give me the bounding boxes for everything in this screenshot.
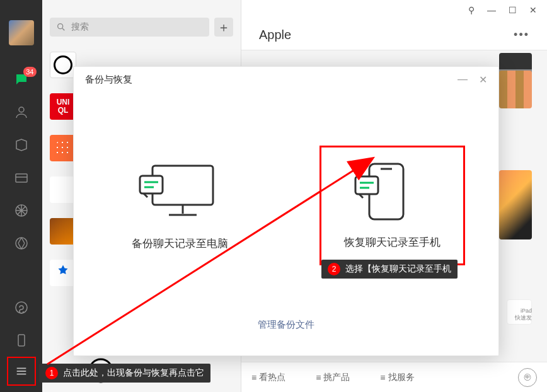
- dialog-title: 备份与恢复: [85, 74, 132, 86]
- backup-restore-dialog: 备份与恢复 — ✕ 备份聊天记录至电脑: [73, 66, 499, 356]
- conversation-avatar: [50, 176, 76, 203]
- svg-rect-16: [140, 176, 163, 193]
- nav-phone-icon[interactable]: [13, 331, 30, 349]
- minimize-icon[interactable]: —: [487, 5, 496, 15]
- chat-header: Apple •••: [241, 20, 547, 50]
- conversation-avatar: [50, 260, 76, 286]
- chat-unread-badge: 34: [23, 67, 36, 77]
- chat-title: Apple: [259, 28, 291, 42]
- nav-chat-icon[interactable]: 34: [13, 71, 30, 88]
- user-avatar[interactable]: [9, 20, 34, 45]
- annotation-step1: 1 点击此处，出现备份与恢复再点击它: [39, 364, 210, 383]
- nav-aperture-icon[interactable]: [13, 234, 30, 252]
- message-image-thumb[interactable]: [499, 71, 532, 108]
- dialog-minimize-icon[interactable]: —: [458, 74, 468, 85]
- bottom-tabs: ≡ 看热点 ≡ 挑产品 ≡ 找服务 ㊥: [241, 362, 547, 392]
- conversation-avatar: [50, 135, 76, 161]
- left-sidebar: 34: [0, 0, 42, 392]
- dialog-body: 备份聊天记录至电脑 恢复聊天记录至手机: [74, 92, 498, 319]
- annotation-step2: 2 选择【恢复聊天记录至手机: [321, 260, 458, 279]
- annotation-text: 点击此处，出现备份与恢复再点击它: [63, 367, 204, 379]
- conversation-avatar: [50, 52, 76, 78]
- pin-icon[interactable]: ⚲: [468, 5, 475, 15]
- restore-option-label: 恢复聊天记录至手机: [344, 235, 440, 250]
- annotation-number: 1: [45, 367, 58, 379]
- tab-products[interactable]: ≡ 挑产品: [316, 372, 350, 383]
- menu-button[interactable]: [7, 357, 36, 386]
- nav-contacts-icon[interactable]: [13, 103, 30, 121]
- conversation-avatar: UNIQL: [50, 93, 76, 120]
- nav-miniprogram-icon[interactable]: [13, 299, 30, 316]
- phone-icon: [344, 161, 420, 222]
- add-button[interactable]: ＋: [214, 18, 233, 37]
- svg-rect-5: [18, 335, 25, 346]
- backup-to-pc-option[interactable]: 备份聊天记录至电脑: [74, 161, 286, 251]
- ime-toggle-icon[interactable]: ㊥: [518, 368, 537, 387]
- svg-point-3: [16, 238, 27, 249]
- nav-favorites-icon[interactable]: [13, 136, 30, 154]
- dialog-close-icon[interactable]: ✕: [479, 74, 487, 86]
- tab-hot[interactable]: ≡ 看热点: [251, 372, 285, 383]
- maximize-icon[interactable]: ☐: [509, 5, 517, 15]
- search-placeholder: 搜索: [71, 21, 89, 33]
- chat-more-icon[interactable]: •••: [514, 28, 529, 42]
- annotation-number: 2: [328, 263, 340, 275]
- svg-line-10: [62, 28, 64, 30]
- svg-point-0: [19, 107, 24, 112]
- dialog-titlebar: 备份与恢复 — ✕: [74, 67, 498, 92]
- computer-icon: [136, 161, 224, 221]
- annotation-text: 选择【恢复聊天记录至手机: [345, 263, 451, 275]
- nav-files-icon[interactable]: [13, 169, 30, 187]
- svg-point-4: [16, 302, 27, 313]
- backup-option-label: 备份聊天记录至电脑: [132, 236, 228, 251]
- close-icon[interactable]: ✕: [529, 5, 537, 15]
- svg-point-9: [58, 24, 63, 29]
- conversation-avatar: [50, 218, 76, 245]
- tab-services[interactable]: ≡ 找服务: [380, 372, 414, 383]
- svg-rect-21: [355, 176, 378, 194]
- window-titlebar: ⚲ — ☐ ✕: [241, 0, 547, 20]
- message-image-thumb[interactable]: [499, 170, 532, 239]
- message-caption: iPad快速发: [515, 308, 532, 322]
- restore-to-phone-option[interactable]: 恢复聊天记录至手机: [286, 146, 498, 265]
- manage-backup-files-link[interactable]: 管理备份文件: [74, 319, 498, 331]
- svg-rect-1: [16, 174, 27, 182]
- search-row: 搜索 ＋: [42, 0, 241, 44]
- nav-moments-icon[interactable]: [13, 202, 30, 219]
- search-input[interactable]: 搜索: [50, 18, 209, 37]
